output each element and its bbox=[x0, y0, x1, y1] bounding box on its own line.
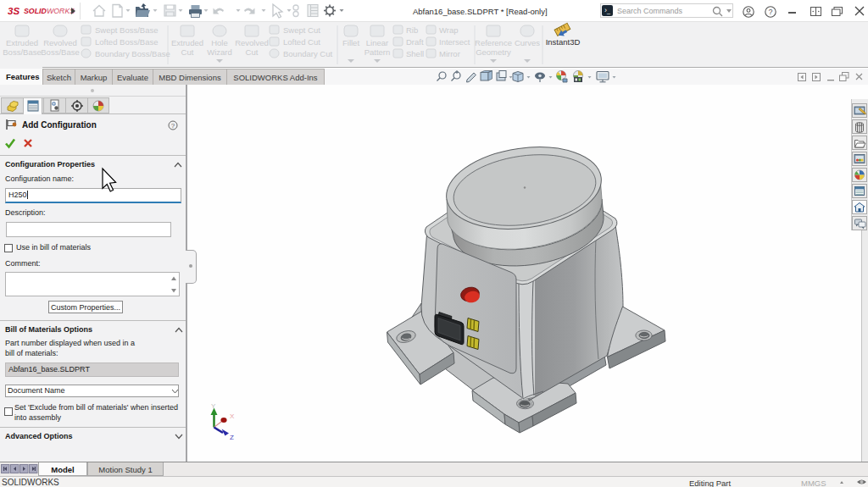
svg-text:Z: Z bbox=[230, 434, 234, 441]
svg-text:X: X bbox=[230, 412, 235, 420]
